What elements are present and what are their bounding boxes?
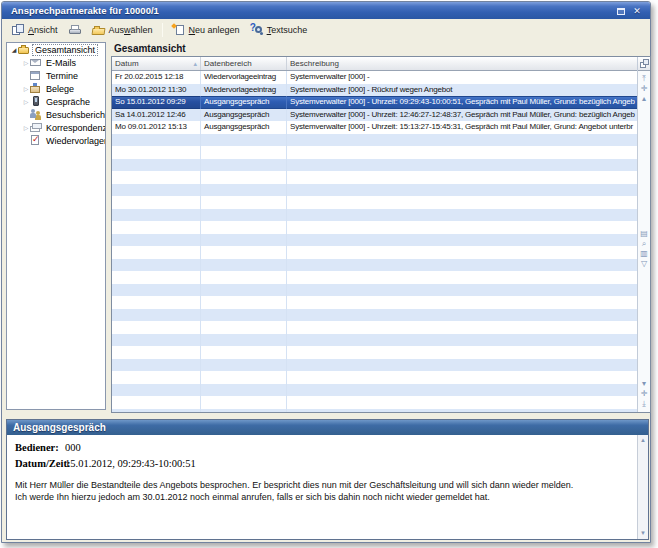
- scroll-down-icon[interactable]: ✛: [638, 389, 650, 399]
- text-search-icon: [250, 24, 264, 36]
- sidebar-item-besuchsberichte[interactable]: Besuchsberichte: [7, 108, 105, 121]
- tree-expander-icon[interactable]: ▷: [22, 59, 30, 66]
- datenbereich-cell: [201, 271, 287, 284]
- datenbereich-cell: [201, 234, 287, 247]
- datenbereich-cell: [201, 296, 287, 309]
- beschreibung-cell: [287, 296, 637, 309]
- beschreibung-cell: [287, 409, 637, 413]
- sidebar-item-label: Termine: [44, 71, 80, 81]
- sidebar-item-korrespondenzen[interactable]: ▷Korrespondenzen: [7, 121, 105, 134]
- close-icon: ✕: [633, 3, 641, 20]
- sidebar-item-e-mails[interactable]: ▷E-Mails: [7, 56, 105, 69]
- card-view-icon[interactable]: ▥: [638, 249, 650, 259]
- search-icon[interactable]: ⌕: [638, 239, 650, 249]
- detail-panel-title: Ausgangsgespräch: [7, 420, 648, 435]
- ansicht-button[interactable]: Ansicht: [6, 22, 63, 38]
- table-empty-row: [112, 371, 637, 384]
- records-table: Datum▴DatenbereichBeschreibung Fr 20.02.…: [111, 56, 651, 413]
- scroll-up-icon[interactable]: ✛: [638, 84, 650, 94]
- sidebar-item-label: Besuchsberichte: [44, 110, 106, 120]
- print-button[interactable]: [63, 22, 87, 38]
- table-row[interactable]: Mo 09.01.2012 15:13AusgangsgesprächSyste…: [112, 121, 637, 134]
- tree-expander-icon[interactable]: ▷: [22, 124, 30, 131]
- datum-cell: [112, 409, 201, 413]
- column-header-datum[interactable]: Datum▴: [112, 57, 201, 70]
- beschreibung-cell: [287, 371, 637, 384]
- beschreibung-cell: [287, 246, 637, 259]
- beschreibung-cell: [287, 359, 637, 372]
- check-page-icon: [30, 135, 42, 146]
- datenbereich-cell: Ausgangsgespräch: [201, 121, 287, 134]
- datenbereich-cell: [201, 346, 287, 359]
- table-empty-row: [112, 146, 637, 159]
- datenbereich-cell: [201, 171, 287, 184]
- title-bar[interactable]: Ansprechpartnerakte für 10000/1 ✕: [2, 2, 650, 19]
- detail-panel: Ausgangsgespräch Bediener:000Datum/Zeit:…: [6, 419, 649, 540]
- detail-scrollbar[interactable]: ▲ ▼: [637, 435, 648, 539]
- grid-view-icon[interactable]: ▤: [638, 229, 650, 239]
- datum-cell: [112, 346, 201, 359]
- main-panel-title: Gesamtansicht: [114, 42, 186, 56]
- table-empty-row: [112, 284, 637, 297]
- table-row[interactable]: Mo 30.01.2012 11:30WiedervorlageeintragS…: [112, 84, 637, 97]
- letters-icon: [30, 122, 42, 133]
- sidebar-item-label: Gesamtansicht: [32, 44, 98, 56]
- textsuche-button[interactable]: Textsuche: [245, 22, 313, 38]
- filter-icon[interactable]: ▽: [638, 259, 650, 269]
- datum-cell: So 15.01.2012 09:29: [112, 96, 201, 109]
- neu-anlegen-button-label: Neu anlegen: [189, 25, 240, 35]
- beschreibung-cell: [287, 346, 637, 359]
- beschreibung-cell: [287, 234, 637, 247]
- row-up-icon[interactable]: ▴: [638, 94, 650, 104]
- tree-expander-icon[interactable]: ▷: [22, 98, 30, 105]
- sidebar-item-wiedervorlagen[interactable]: Wiedervorlagen: [7, 134, 105, 147]
- open-folder-icon: [92, 24, 106, 36]
- beschreibung-cell: Systemverwalter [000] - Uhrzeit: 12:46:2…: [287, 109, 637, 122]
- sidebar-item-termine[interactable]: Termine: [7, 69, 105, 82]
- datenbereich-cell: [201, 334, 287, 347]
- tree-expander-icon[interactable]: ◢: [10, 46, 18, 53]
- row-down-icon[interactable]: ▾: [638, 379, 650, 389]
- scroll-to-bottom-icon[interactable]: ⤓: [638, 399, 650, 409]
- beschreibung-cell: [287, 209, 637, 222]
- table-empty-row: [112, 271, 637, 284]
- scroll-down-arrow-icon[interactable]: ▼: [638, 529, 648, 538]
- neu-anlegen-button[interactable]: Neu anlegen: [167, 22, 245, 38]
- table-empty-row: [112, 209, 637, 222]
- datum-cell: [112, 146, 201, 159]
- phone-icon: [30, 96, 42, 107]
- column-header-label: Beschreibung: [290, 59, 339, 68]
- detail-field-value: 000: [65, 442, 81, 453]
- detail-field-label: Bediener:: [15, 442, 65, 453]
- beschreibung-cell: [287, 159, 637, 172]
- close-button[interactable]: ✕: [630, 5, 644, 17]
- table-empty-row: [112, 246, 637, 259]
- table-empty-row: [112, 396, 637, 409]
- detail-field: Bediener:000: [15, 442, 648, 453]
- ansicht-button-label: Ansicht: [28, 25, 58, 35]
- sidebar-item-belege[interactable]: ▷Belege: [7, 82, 105, 95]
- auswaehlen-button[interactable]: Auswählen: [87, 22, 158, 38]
- table-row[interactable]: So 15.01.2012 09:29AusgangsgesprächSyste…: [112, 96, 637, 109]
- column-header-beschreibung[interactable]: Beschreibung: [287, 57, 637, 70]
- restore-button[interactable]: [614, 5, 628, 17]
- datum-cell: [112, 209, 201, 222]
- table-row[interactable]: Sa 14.01.2012 12:46AusgangsgesprächSyste…: [112, 109, 637, 122]
- new-document-icon: [172, 24, 186, 36]
- column-chooser-button[interactable]: [638, 57, 650, 71]
- printer-icon: [68, 24, 82, 36]
- table-empty-row: [112, 184, 637, 197]
- sidebar-item-gesamtansicht[interactable]: ◢Gesamtansicht: [7, 43, 105, 56]
- table-row[interactable]: Fr 20.02.2015 12:18WiedervorlageeintragS…: [112, 71, 637, 84]
- table-empty-row: [112, 196, 637, 209]
- window: Ansprechpartnerakte für 10000/1 ✕ Ansich…: [1, 1, 651, 543]
- column-header-datenbereich[interactable]: Datenbereich: [201, 57, 287, 70]
- datenbereich-cell: [201, 396, 287, 409]
- scroll-to-top-icon[interactable]: ⤒: [638, 74, 650, 84]
- scroll-up-arrow-icon[interactable]: ▲: [638, 436, 648, 445]
- tree-expander-icon[interactable]: ▷: [22, 85, 30, 92]
- beschreibung-cell: [287, 321, 637, 334]
- datenbereich-cell: [201, 221, 287, 234]
- sidebar-item-gespr-che[interactable]: ▷Gespräche: [7, 95, 105, 108]
- beschreibung-cell: [287, 284, 637, 297]
